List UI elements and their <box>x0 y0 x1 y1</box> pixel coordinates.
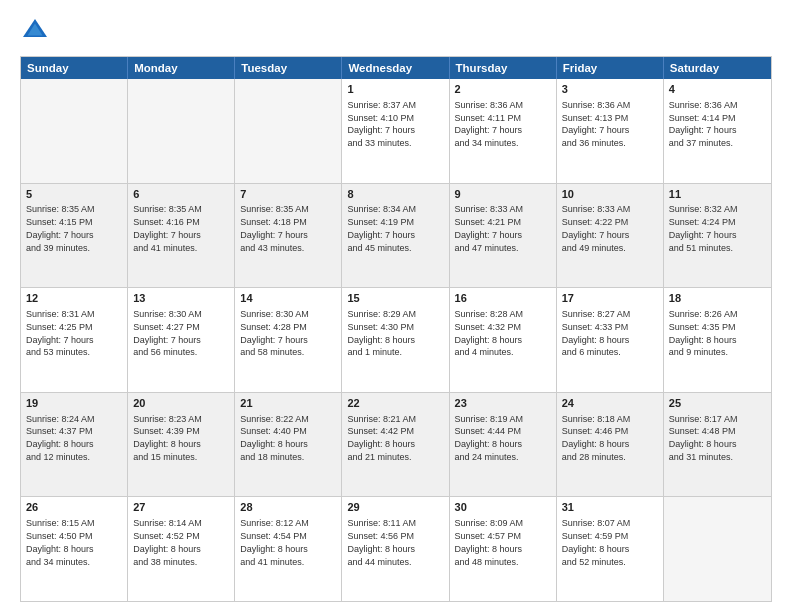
cell-info: Sunrise: 8:33 AM Sunset: 4:21 PM Dayligh… <box>455 204 524 252</box>
cell-info: Sunrise: 8:36 AM Sunset: 4:11 PM Dayligh… <box>455 100 524 148</box>
cell-info: Sunrise: 8:30 AM Sunset: 4:27 PM Dayligh… <box>133 309 202 357</box>
cell-info: Sunrise: 8:37 AM Sunset: 4:10 PM Dayligh… <box>347 100 416 148</box>
calendar: SundayMondayTuesdayWednesdayThursdayFrid… <box>20 56 772 602</box>
calendar-row-4: 26Sunrise: 8:15 AM Sunset: 4:50 PM Dayli… <box>21 496 771 601</box>
calendar-row-1: 5Sunrise: 8:35 AM Sunset: 4:15 PM Daylig… <box>21 183 771 288</box>
day-number: 6 <box>133 187 229 202</box>
header-day-sunday: Sunday <box>21 57 128 79</box>
calendar-cell-w4d2: 28Sunrise: 8:12 AM Sunset: 4:54 PM Dayli… <box>235 497 342 601</box>
day-number: 5 <box>26 187 122 202</box>
header-day-wednesday: Wednesday <box>342 57 449 79</box>
calendar-cell-w0d3: 1Sunrise: 8:37 AM Sunset: 4:10 PM Daylig… <box>342 79 449 183</box>
calendar-cell-w3d0: 19Sunrise: 8:24 AM Sunset: 4:37 PM Dayli… <box>21 393 128 497</box>
day-number: 23 <box>455 396 551 411</box>
cell-info: Sunrise: 8:11 AM Sunset: 4:56 PM Dayligh… <box>347 518 416 566</box>
calendar-cell-w4d6 <box>664 497 771 601</box>
calendar-cell-w4d4: 30Sunrise: 8:09 AM Sunset: 4:57 PM Dayli… <box>450 497 557 601</box>
cell-info: Sunrise: 8:32 AM Sunset: 4:24 PM Dayligh… <box>669 204 738 252</box>
header-day-tuesday: Tuesday <box>235 57 342 79</box>
header-day-monday: Monday <box>128 57 235 79</box>
cell-info: Sunrise: 8:14 AM Sunset: 4:52 PM Dayligh… <box>133 518 202 566</box>
calendar-cell-w3d3: 22Sunrise: 8:21 AM Sunset: 4:42 PM Dayli… <box>342 393 449 497</box>
calendar-cell-w1d3: 8Sunrise: 8:34 AM Sunset: 4:19 PM Daylig… <box>342 184 449 288</box>
calendar-cell-w0d2 <box>235 79 342 183</box>
day-number: 24 <box>562 396 658 411</box>
day-number: 4 <box>669 82 766 97</box>
cell-info: Sunrise: 8:09 AM Sunset: 4:57 PM Dayligh… <box>455 518 524 566</box>
calendar-cell-w1d2: 7Sunrise: 8:35 AM Sunset: 4:18 PM Daylig… <box>235 184 342 288</box>
cell-info: Sunrise: 8:31 AM Sunset: 4:25 PM Dayligh… <box>26 309 95 357</box>
cell-info: Sunrise: 8:19 AM Sunset: 4:44 PM Dayligh… <box>455 414 524 462</box>
calendar-cell-w3d5: 24Sunrise: 8:18 AM Sunset: 4:46 PM Dayli… <box>557 393 664 497</box>
calendar-cell-w4d5: 31Sunrise: 8:07 AM Sunset: 4:59 PM Dayli… <box>557 497 664 601</box>
header-day-thursday: Thursday <box>450 57 557 79</box>
cell-info: Sunrise: 8:30 AM Sunset: 4:28 PM Dayligh… <box>240 309 309 357</box>
calendar-header: SundayMondayTuesdayWednesdayThursdayFrid… <box>21 57 771 79</box>
calendar-cell-w0d5: 3Sunrise: 8:36 AM Sunset: 4:13 PM Daylig… <box>557 79 664 183</box>
calendar-cell-w4d1: 27Sunrise: 8:14 AM Sunset: 4:52 PM Dayli… <box>128 497 235 601</box>
day-number: 7 <box>240 187 336 202</box>
calendar-cell-w0d4: 2Sunrise: 8:36 AM Sunset: 4:11 PM Daylig… <box>450 79 557 183</box>
calendar-cell-w1d5: 10Sunrise: 8:33 AM Sunset: 4:22 PM Dayli… <box>557 184 664 288</box>
cell-info: Sunrise: 8:33 AM Sunset: 4:22 PM Dayligh… <box>562 204 631 252</box>
calendar-cell-w1d4: 9Sunrise: 8:33 AM Sunset: 4:21 PM Daylig… <box>450 184 557 288</box>
cell-info: Sunrise: 8:24 AM Sunset: 4:37 PM Dayligh… <box>26 414 95 462</box>
day-number: 20 <box>133 396 229 411</box>
day-number: 8 <box>347 187 443 202</box>
day-number: 29 <box>347 500 443 515</box>
day-number: 19 <box>26 396 122 411</box>
day-number: 26 <box>26 500 122 515</box>
cell-info: Sunrise: 8:07 AM Sunset: 4:59 PM Dayligh… <box>562 518 631 566</box>
calendar-cell-w0d1 <box>128 79 235 183</box>
calendar-cell-w2d5: 17Sunrise: 8:27 AM Sunset: 4:33 PM Dayli… <box>557 288 664 392</box>
cell-info: Sunrise: 8:36 AM Sunset: 4:14 PM Dayligh… <box>669 100 738 148</box>
calendar-cell-w0d0 <box>21 79 128 183</box>
page: SundayMondayTuesdayWednesdayThursdayFrid… <box>0 0 792 612</box>
cell-info: Sunrise: 8:35 AM Sunset: 4:15 PM Dayligh… <box>26 204 95 252</box>
logo-icon <box>20 16 50 46</box>
day-number: 28 <box>240 500 336 515</box>
calendar-cell-w4d3: 29Sunrise: 8:11 AM Sunset: 4:56 PM Dayli… <box>342 497 449 601</box>
header-day-friday: Friday <box>557 57 664 79</box>
day-number: 18 <box>669 291 766 306</box>
header <box>20 16 772 46</box>
cell-info: Sunrise: 8:36 AM Sunset: 4:13 PM Dayligh… <box>562 100 631 148</box>
calendar-body: 1Sunrise: 8:37 AM Sunset: 4:10 PM Daylig… <box>21 79 771 601</box>
day-number: 16 <box>455 291 551 306</box>
day-number: 3 <box>562 82 658 97</box>
calendar-cell-w0d6: 4Sunrise: 8:36 AM Sunset: 4:14 PM Daylig… <box>664 79 771 183</box>
day-number: 27 <box>133 500 229 515</box>
calendar-cell-w4d0: 26Sunrise: 8:15 AM Sunset: 4:50 PM Dayli… <box>21 497 128 601</box>
calendar-cell-w2d4: 16Sunrise: 8:28 AM Sunset: 4:32 PM Dayli… <box>450 288 557 392</box>
day-number: 14 <box>240 291 336 306</box>
calendar-cell-w2d6: 18Sunrise: 8:26 AM Sunset: 4:35 PM Dayli… <box>664 288 771 392</box>
day-number: 31 <box>562 500 658 515</box>
day-number: 9 <box>455 187 551 202</box>
day-number: 15 <box>347 291 443 306</box>
cell-info: Sunrise: 8:28 AM Sunset: 4:32 PM Dayligh… <box>455 309 524 357</box>
calendar-row-2: 12Sunrise: 8:31 AM Sunset: 4:25 PM Dayli… <box>21 287 771 392</box>
calendar-cell-w2d0: 12Sunrise: 8:31 AM Sunset: 4:25 PM Dayli… <box>21 288 128 392</box>
calendar-cell-w2d1: 13Sunrise: 8:30 AM Sunset: 4:27 PM Dayli… <box>128 288 235 392</box>
cell-info: Sunrise: 8:21 AM Sunset: 4:42 PM Dayligh… <box>347 414 416 462</box>
calendar-cell-w3d2: 21Sunrise: 8:22 AM Sunset: 4:40 PM Dayli… <box>235 393 342 497</box>
calendar-cell-w3d6: 25Sunrise: 8:17 AM Sunset: 4:48 PM Dayli… <box>664 393 771 497</box>
cell-info: Sunrise: 8:35 AM Sunset: 4:16 PM Dayligh… <box>133 204 202 252</box>
header-day-saturday: Saturday <box>664 57 771 79</box>
day-number: 25 <box>669 396 766 411</box>
day-number: 13 <box>133 291 229 306</box>
day-number: 11 <box>669 187 766 202</box>
calendar-cell-w1d6: 11Sunrise: 8:32 AM Sunset: 4:24 PM Dayli… <box>664 184 771 288</box>
day-number: 1 <box>347 82 443 97</box>
cell-info: Sunrise: 8:17 AM Sunset: 4:48 PM Dayligh… <box>669 414 738 462</box>
cell-info: Sunrise: 8:35 AM Sunset: 4:18 PM Dayligh… <box>240 204 309 252</box>
cell-info: Sunrise: 8:18 AM Sunset: 4:46 PM Dayligh… <box>562 414 631 462</box>
day-number: 10 <box>562 187 658 202</box>
day-number: 30 <box>455 500 551 515</box>
cell-info: Sunrise: 8:15 AM Sunset: 4:50 PM Dayligh… <box>26 518 95 566</box>
calendar-cell-w2d2: 14Sunrise: 8:30 AM Sunset: 4:28 PM Dayli… <box>235 288 342 392</box>
cell-info: Sunrise: 8:27 AM Sunset: 4:33 PM Dayligh… <box>562 309 631 357</box>
cell-info: Sunrise: 8:34 AM Sunset: 4:19 PM Dayligh… <box>347 204 416 252</box>
calendar-cell-w3d1: 20Sunrise: 8:23 AM Sunset: 4:39 PM Dayli… <box>128 393 235 497</box>
cell-info: Sunrise: 8:23 AM Sunset: 4:39 PM Dayligh… <box>133 414 202 462</box>
